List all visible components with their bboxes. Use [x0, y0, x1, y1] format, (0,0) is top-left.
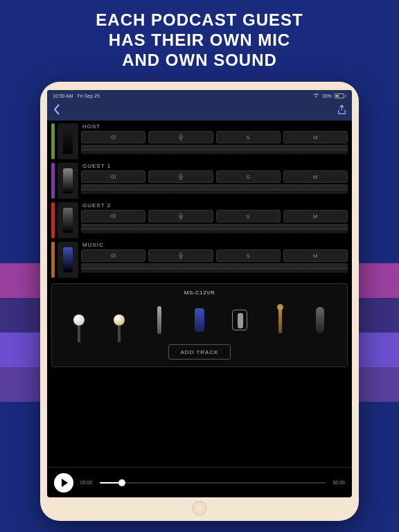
mic-picker-title: MS-C12VR: [56, 290, 343, 296]
track-row: HOST S M: [51, 123, 348, 159]
mic-round-gold[interactable]: [109, 303, 130, 337]
promo-line2: HAS THEIR OWN MIC: [14, 30, 385, 51]
track-row: MUSIC S M: [51, 242, 348, 278]
mic-shock-mount[interactable]: [229, 303, 250, 337]
track-volume-button[interactable]: [81, 210, 145, 222]
mic-picker-panel: MS-C12VR ADD TRACK: [51, 283, 348, 367]
promo-line1: EACH PODCAST GUEST: [14, 10, 385, 30]
promo-line3: AND OWN SOUND: [14, 51, 385, 71]
mic-tube[interactable]: [310, 303, 330, 337]
track-label: GUEST 1: [81, 163, 348, 169]
share-button[interactable]: [337, 105, 346, 118]
battery-icon: [335, 94, 346, 98]
track-mic-button[interactable]: [148, 170, 213, 183]
player-bar: 00:00 00:09: [47, 467, 352, 497]
track-color-strip: [51, 242, 55, 278]
track-volume-button[interactable]: [81, 170, 145, 183]
track-volume-button[interactable]: [81, 249, 145, 262]
statusbar-date: Fri Sep 25: [78, 94, 100, 98]
track-mute-button[interactable]: M: [283, 131, 348, 143]
track-solo-button[interactable]: S: [216, 131, 281, 143]
ipad-device-frame: 10:50 AM Fri Sep 25 36%: [40, 82, 359, 521]
track-color-strip: [51, 163, 55, 199]
track-label: GUEST 2: [81, 202, 348, 209]
mic-picker-row: [56, 300, 343, 337]
track-solo-button[interactable]: S: [216, 170, 281, 183]
play-button[interactable]: [54, 473, 73, 493]
track-label: HOST: [81, 123, 348, 130]
track-volume-button[interactable]: [81, 131, 145, 143]
svg-rect-3: [179, 253, 181, 256]
track-label: MUSIC: [81, 242, 348, 248]
track-mic-thumbnail[interactable]: [57, 123, 78, 159]
promo-headline: EACH PODCAST GUEST HAS THEIR OWN MIC AND…: [0, 0, 399, 78]
progress-slider[interactable]: [100, 482, 326, 484]
svg-rect-2: [179, 213, 181, 217]
track-waveform[interactable]: [81, 224, 348, 233]
track-row: GUEST 2 S M: [51, 202, 348, 238]
track-solo-button[interactable]: S: [216, 249, 281, 262]
mic-brass[interactable]: [269, 303, 290, 337]
mic-round-silver[interactable]: [69, 303, 89, 337]
tracks-list: HOST S M GUEST 1 S M: [47, 121, 352, 278]
track-mic-button[interactable]: [148, 210, 213, 222]
track-mic-thumbnail[interactable]: [57, 242, 78, 278]
app-screen: 10:50 AM Fri Sep 25 36%: [47, 90, 352, 497]
track-mute-button[interactable]: M: [283, 249, 348, 262]
mic-pencil[interactable]: [149, 303, 170, 337]
mic-blue-studio[interactable]: [189, 303, 210, 337]
track-mute-button[interactable]: M: [283, 210, 348, 222]
status-bar: 10:50 AM Fri Sep 25 36%: [47, 90, 352, 101]
track-mic-button[interactable]: [148, 249, 213, 262]
track-color-strip: [51, 202, 55, 238]
track-row: GUEST 1 S M: [51, 163, 348, 199]
track-mic-button[interactable]: [148, 131, 213, 143]
ipad-home-button: [192, 501, 207, 516]
statusbar-battery-pct: 36%: [322, 94, 332, 98]
track-waveform[interactable]: [81, 145, 348, 154]
track-mic-thumbnail[interactable]: [57, 163, 78, 199]
nav-bar: [47, 101, 352, 121]
track-mic-thumbnail[interactable]: [57, 202, 78, 238]
player-current-time: 00:00: [80, 480, 93, 485]
statusbar-time: 10:50 AM: [53, 94, 73, 98]
player-duration: 00:09: [332, 480, 345, 485]
track-waveform[interactable]: [81, 263, 348, 273]
track-waveform[interactable]: [81, 184, 348, 194]
track-mute-button[interactable]: M: [283, 170, 348, 183]
wifi-icon: [313, 93, 319, 98]
add-track-button[interactable]: ADD TRACK: [168, 344, 231, 360]
svg-rect-0: [179, 134, 181, 138]
back-button[interactable]: [53, 104, 61, 118]
track-color-strip: [51, 123, 55, 159]
track-solo-button[interactable]: S: [216, 210, 281, 222]
svg-rect-1: [179, 174, 181, 177]
